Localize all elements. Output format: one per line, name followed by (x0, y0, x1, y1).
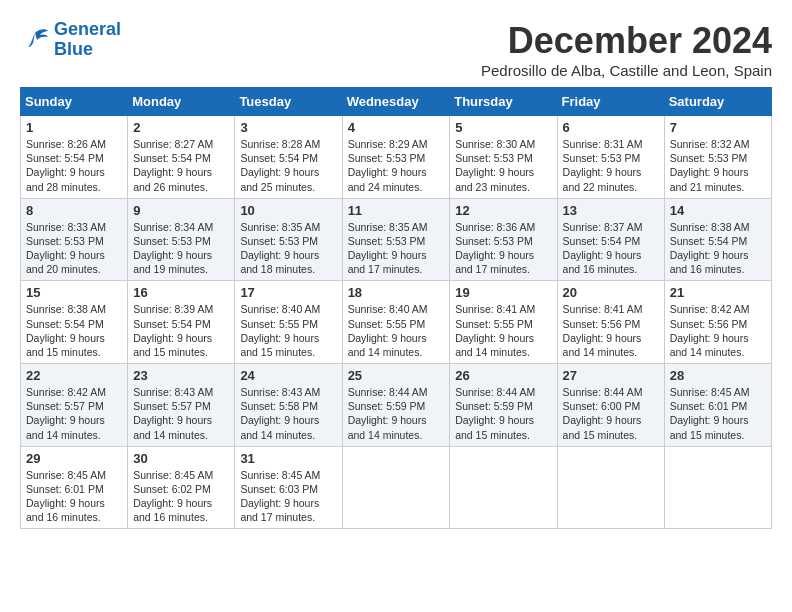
logo-text: General Blue (54, 20, 121, 60)
day-number: 17 (240, 285, 336, 300)
day-info: Sunrise: 8:33 AM Sunset: 5:53 PM Dayligh… (26, 220, 122, 277)
weekday-saturday: Saturday (664, 88, 771, 116)
day-info: Sunrise: 8:44 AM Sunset: 6:00 PM Dayligh… (563, 385, 659, 442)
day-number: 25 (348, 368, 445, 383)
calendar-week-2: 8Sunrise: 8:33 AM Sunset: 5:53 PM Daylig… (21, 198, 772, 281)
weekday-tuesday: Tuesday (235, 88, 342, 116)
day-info: Sunrise: 8:28 AM Sunset: 5:54 PM Dayligh… (240, 137, 336, 194)
day-number: 1 (26, 120, 122, 135)
calendar-cell: 16Sunrise: 8:39 AM Sunset: 5:54 PM Dayli… (128, 281, 235, 364)
day-number: 18 (348, 285, 445, 300)
day-info: Sunrise: 8:37 AM Sunset: 5:54 PM Dayligh… (563, 220, 659, 277)
day-info: Sunrise: 8:45 AM Sunset: 6:03 PM Dayligh… (240, 468, 336, 525)
calendar-cell: 13Sunrise: 8:37 AM Sunset: 5:54 PM Dayli… (557, 198, 664, 281)
day-number: 30 (133, 451, 229, 466)
day-info: Sunrise: 8:39 AM Sunset: 5:54 PM Dayligh… (133, 302, 229, 359)
day-number: 5 (455, 120, 551, 135)
logo-icon (20, 25, 50, 55)
calendar-cell: 27Sunrise: 8:44 AM Sunset: 6:00 PM Dayli… (557, 364, 664, 447)
logo: General Blue (20, 20, 121, 60)
weekday-monday: Monday (128, 88, 235, 116)
day-number: 27 (563, 368, 659, 383)
day-number: 3 (240, 120, 336, 135)
day-number: 14 (670, 203, 766, 218)
calendar-cell: 8Sunrise: 8:33 AM Sunset: 5:53 PM Daylig… (21, 198, 128, 281)
day-number: 12 (455, 203, 551, 218)
day-info: Sunrise: 8:41 AM Sunset: 5:56 PM Dayligh… (563, 302, 659, 359)
calendar-cell: 10Sunrise: 8:35 AM Sunset: 5:53 PM Dayli… (235, 198, 342, 281)
day-info: Sunrise: 8:30 AM Sunset: 5:53 PM Dayligh… (455, 137, 551, 194)
day-info: Sunrise: 8:27 AM Sunset: 5:54 PM Dayligh… (133, 137, 229, 194)
calendar-cell: 11Sunrise: 8:35 AM Sunset: 5:53 PM Dayli… (342, 198, 450, 281)
calendar-cell: 18Sunrise: 8:40 AM Sunset: 5:55 PM Dayli… (342, 281, 450, 364)
calendar-cell: 5Sunrise: 8:30 AM Sunset: 5:53 PM Daylig… (450, 116, 557, 199)
calendar-cell (557, 446, 664, 529)
day-number: 23 (133, 368, 229, 383)
day-number: 11 (348, 203, 445, 218)
day-number: 24 (240, 368, 336, 383)
calendar-week-4: 22Sunrise: 8:42 AM Sunset: 5:57 PM Dayli… (21, 364, 772, 447)
calendar-cell: 29Sunrise: 8:45 AM Sunset: 6:01 PM Dayli… (21, 446, 128, 529)
day-info: Sunrise: 8:40 AM Sunset: 5:55 PM Dayligh… (348, 302, 445, 359)
calendar-cell: 19Sunrise: 8:41 AM Sunset: 5:55 PM Dayli… (450, 281, 557, 364)
calendar-cell (450, 446, 557, 529)
calendar-cell: 21Sunrise: 8:42 AM Sunset: 5:56 PM Dayli… (664, 281, 771, 364)
calendar-cell: 6Sunrise: 8:31 AM Sunset: 5:53 PM Daylig… (557, 116, 664, 199)
day-number: 15 (26, 285, 122, 300)
calendar-cell: 24Sunrise: 8:43 AM Sunset: 5:58 PM Dayli… (235, 364, 342, 447)
weekday-thursday: Thursday (450, 88, 557, 116)
day-info: Sunrise: 8:35 AM Sunset: 5:53 PM Dayligh… (348, 220, 445, 277)
day-number: 28 (670, 368, 766, 383)
day-info: Sunrise: 8:29 AM Sunset: 5:53 PM Dayligh… (348, 137, 445, 194)
day-number: 4 (348, 120, 445, 135)
calendar-week-5: 29Sunrise: 8:45 AM Sunset: 6:01 PM Dayli… (21, 446, 772, 529)
calendar-cell: 20Sunrise: 8:41 AM Sunset: 5:56 PM Dayli… (557, 281, 664, 364)
calendar-cell: 12Sunrise: 8:36 AM Sunset: 5:53 PM Dayli… (450, 198, 557, 281)
calendar-cell (664, 446, 771, 529)
weekday-sunday: Sunday (21, 88, 128, 116)
calendar-cell: 15Sunrise: 8:38 AM Sunset: 5:54 PM Dayli… (21, 281, 128, 364)
day-info: Sunrise: 8:35 AM Sunset: 5:53 PM Dayligh… (240, 220, 336, 277)
day-info: Sunrise: 8:38 AM Sunset: 5:54 PM Dayligh… (670, 220, 766, 277)
calendar-cell: 22Sunrise: 8:42 AM Sunset: 5:57 PM Dayli… (21, 364, 128, 447)
day-number: 10 (240, 203, 336, 218)
day-info: Sunrise: 8:34 AM Sunset: 5:53 PM Dayligh… (133, 220, 229, 277)
month-title: December 2024 (481, 20, 772, 62)
day-info: Sunrise: 8:38 AM Sunset: 5:54 PM Dayligh… (26, 302, 122, 359)
calendar-cell: 1Sunrise: 8:26 AM Sunset: 5:54 PM Daylig… (21, 116, 128, 199)
day-info: Sunrise: 8:43 AM Sunset: 5:58 PM Dayligh… (240, 385, 336, 442)
day-info: Sunrise: 8:26 AM Sunset: 5:54 PM Dayligh… (26, 137, 122, 194)
calendar-cell: 28Sunrise: 8:45 AM Sunset: 6:01 PM Dayli… (664, 364, 771, 447)
day-number: 20 (563, 285, 659, 300)
weekday-wednesday: Wednesday (342, 88, 450, 116)
day-info: Sunrise: 8:40 AM Sunset: 5:55 PM Dayligh… (240, 302, 336, 359)
day-info: Sunrise: 8:41 AM Sunset: 5:55 PM Dayligh… (455, 302, 551, 359)
calendar-cell: 2Sunrise: 8:27 AM Sunset: 5:54 PM Daylig… (128, 116, 235, 199)
day-number: 6 (563, 120, 659, 135)
day-number: 22 (26, 368, 122, 383)
day-number: 7 (670, 120, 766, 135)
calendar-cell: 7Sunrise: 8:32 AM Sunset: 5:53 PM Daylig… (664, 116, 771, 199)
page-header: General Blue December 2024 Pedrosillo de… (20, 20, 772, 79)
weekday-header-row: SundayMondayTuesdayWednesdayThursdayFrid… (21, 88, 772, 116)
day-info: Sunrise: 8:43 AM Sunset: 5:57 PM Dayligh… (133, 385, 229, 442)
calendar-cell: 9Sunrise: 8:34 AM Sunset: 5:53 PM Daylig… (128, 198, 235, 281)
day-info: Sunrise: 8:31 AM Sunset: 5:53 PM Dayligh… (563, 137, 659, 194)
day-number: 31 (240, 451, 336, 466)
day-info: Sunrise: 8:45 AM Sunset: 6:02 PM Dayligh… (133, 468, 229, 525)
day-number: 8 (26, 203, 122, 218)
calendar-cell: 14Sunrise: 8:38 AM Sunset: 5:54 PM Dayli… (664, 198, 771, 281)
day-number: 29 (26, 451, 122, 466)
calendar-cell (342, 446, 450, 529)
day-info: Sunrise: 8:44 AM Sunset: 5:59 PM Dayligh… (348, 385, 445, 442)
calendar-week-1: 1Sunrise: 8:26 AM Sunset: 5:54 PM Daylig… (21, 116, 772, 199)
calendar-week-3: 15Sunrise: 8:38 AM Sunset: 5:54 PM Dayli… (21, 281, 772, 364)
day-info: Sunrise: 8:42 AM Sunset: 5:57 PM Dayligh… (26, 385, 122, 442)
day-number: 13 (563, 203, 659, 218)
calendar-table: SundayMondayTuesdayWednesdayThursdayFrid… (20, 87, 772, 529)
calendar-cell: 26Sunrise: 8:44 AM Sunset: 5:59 PM Dayli… (450, 364, 557, 447)
calendar-cell: 3Sunrise: 8:28 AM Sunset: 5:54 PM Daylig… (235, 116, 342, 199)
weekday-friday: Friday (557, 88, 664, 116)
day-number: 21 (670, 285, 766, 300)
day-number: 16 (133, 285, 229, 300)
